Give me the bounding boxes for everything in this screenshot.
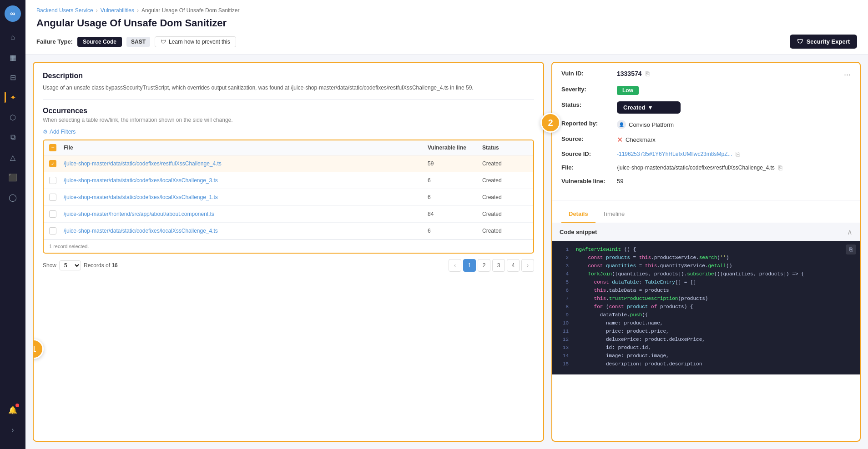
- severity-label: Severity:: [561, 86, 611, 93]
- source-id-value: -1196253735#1Y6YhHLefxUMllwc23m8sMpZ...: [617, 151, 732, 157]
- row-status-4: Created: [482, 211, 528, 217]
- learn-prevent-button[interactable]: 🛡 Learn how to prevent this: [155, 36, 236, 47]
- row-line-1: 59: [428, 160, 482, 167]
- notification-dot: [15, 404, 19, 407]
- tab-timeline[interactable]: Timeline: [595, 206, 632, 223]
- line-num-12: 12: [558, 337, 569, 342]
- copy-code-button[interactable]: ⎘: [846, 244, 856, 254]
- file-value: /juice-shop-master/data/static/codefixes…: [617, 165, 775, 171]
- app-logo[interactable]: ∞: [5, 5, 21, 22]
- sidebar-item-bug[interactable]: ✦: [5, 89, 21, 105]
- breadcrumb: Backend Users Service › Vulnerabilities …: [36, 7, 857, 14]
- line-num-5: 5: [558, 279, 569, 285]
- row-line-5: 6: [428, 228, 482, 234]
- right-panel-scroll: Vuln ID: 1333574 ⎘ ··· Severity: Low: [552, 63, 860, 441]
- copy-source-id-button[interactable]: ⎘: [735, 150, 740, 158]
- file-label: File:: [561, 164, 611, 171]
- next-page-button[interactable]: ›: [521, 259, 534, 272]
- line-content-3: const quantities = this.quantityService.…: [576, 263, 732, 269]
- tab-details[interactable]: Details: [561, 206, 595, 223]
- collapse-button[interactable]: ∧: [847, 228, 853, 236]
- source-code-badge[interactable]: Source Code: [77, 37, 122, 47]
- show-select[interactable]: 5 10 25: [59, 260, 81, 270]
- line-content-5: const dataTable: TableEntry[] = []: [576, 279, 696, 285]
- notification-icon[interactable]: 🔔: [5, 402, 21, 418]
- code-line-12: 12 deluxePrice: product.deluxePrice,: [552, 336, 860, 344]
- sidebar-item-chart[interactable]: ▦: [5, 49, 21, 65]
- expand-icon[interactable]: ›: [5, 422, 21, 438]
- line-num-13: 13: [558, 345, 569, 350]
- line-content-7: this.trustProductDescription(products): [576, 296, 708, 301]
- code-snippet-header[interactable]: Code snippet ∧: [552, 223, 860, 241]
- source-id-value-area: -1196253735#1Y6YhHLefxUMllwc23m8sMpZ... …: [617, 150, 740, 158]
- right-panel: 2 Vuln ID: 1333574 ⎘ ··· Severity:: [551, 62, 861, 442]
- detail-tabs: Details Timeline: [552, 206, 860, 223]
- breadcrumb-vulnerabilities[interactable]: Vulnerabilities: [101, 7, 134, 14]
- table-row[interactable]: /juice-shop-master/data/static/codefixes…: [44, 155, 533, 172]
- row-file-2: /juice-shop-master/data/static/codefixes…: [64, 177, 428, 184]
- row-checkbox-3[interactable]: [49, 194, 56, 201]
- sidebar-item-home[interactable]: ⌂: [5, 29, 21, 45]
- reporter-avatar: 👤: [617, 120, 626, 129]
- row-file-5: /juice-shop-master/data/static/codefixes…: [64, 228, 428, 234]
- security-expert-button[interactable]: 🛡 Security Expert: [790, 35, 857, 49]
- page-2-button[interactable]: 2: [478, 259, 490, 272]
- description-text: Usage of an unsafe class bypassSecurityT…: [43, 84, 534, 92]
- page-3-button[interactable]: 3: [492, 259, 505, 272]
- filter-icon: ⚙: [43, 129, 48, 135]
- sidebar-item-folder[interactable]: ⬡: [5, 109, 21, 125]
- page-1-button[interactable]: 1: [463, 259, 476, 272]
- row-file-1: /juice-shop-master/data/static/codefixes…: [64, 160, 428, 167]
- vuln-line-row: Vulnerable line: 59: [561, 178, 851, 185]
- table-row[interactable]: /juice-shop-master/frontend/src/app/abou…: [44, 206, 533, 223]
- copy-file-button[interactable]: ⎘: [777, 164, 783, 171]
- sast-badge[interactable]: SAST: [126, 37, 150, 47]
- vuln-line-label: Vulnerable line:: [561, 178, 611, 185]
- sidebar-item-puzzle[interactable]: ⧉: [5, 129, 21, 145]
- line-content-12: deluxePrice: product.deluxePrice,: [576, 337, 705, 342]
- table-select-all[interactable]: −: [49, 144, 56, 151]
- status-dropdown[interactable]: Created ▾: [617, 101, 681, 114]
- copy-vuln-id-button[interactable]: ⎘: [645, 70, 650, 77]
- col-file: File: [64, 145, 428, 151]
- table-row[interactable]: /juice-shop-master/data/static/codefixes…: [44, 223, 533, 239]
- row-checkbox-4[interactable]: [49, 210, 56, 218]
- more-options-button[interactable]: ···: [844, 70, 851, 80]
- row-status-5: Created: [482, 228, 528, 234]
- sidebar-item-grad[interactable]: ⬛: [5, 169, 21, 185]
- line-content-14: image: product.image,: [576, 353, 669, 359]
- code-line-14: 14 image: product.image,: [552, 353, 860, 361]
- chevron-down-icon: ▾: [649, 104, 652, 111]
- row-checkbox-2[interactable]: [49, 177, 56, 184]
- row-file-4: /juice-shop-master/frontend/src/app/abou…: [64, 211, 428, 217]
- row-checkbox-1[interactable]: [49, 160, 56, 167]
- sidebar-item-alert[interactable]: △: [5, 149, 21, 165]
- add-filters-button[interactable]: ⚙ Add Filters: [43, 129, 534, 135]
- code-line-3: 3 const quantities = this.quantityServic…: [552, 263, 860, 271]
- table-row[interactable]: /juice-shop-master/data/static/codefixes…: [44, 189, 533, 206]
- row-status-2: Created: [482, 177, 528, 184]
- sidebar-item-chat[interactable]: ◯: [5, 189, 21, 205]
- occurrences-subtitle: When selecting a table row/link, the inf…: [43, 117, 534, 123]
- records-of-label: Records of 16: [84, 262, 118, 269]
- status-dropdown-value: Created: [623, 104, 645, 111]
- col-status: Status: [482, 145, 528, 151]
- page-4-button[interactable]: 4: [507, 259, 520, 272]
- pagination-bar: Show 5 10 25 Records of 16 ‹ 1 2: [43, 254, 534, 274]
- security-expert-label: Security Expert: [807, 38, 850, 45]
- sidebar-item-layers[interactable]: ⊟: [5, 69, 21, 85]
- occurrences-title: Occurrences: [43, 107, 534, 115]
- source-label: Source:: [561, 135, 611, 142]
- row-file-3: /juice-shop-master/data/static/codefixes…: [64, 194, 428, 200]
- row-status-1: Created: [482, 160, 528, 167]
- total-records: 16: [111, 262, 117, 269]
- code-line-5: 5 const dataTable: TableEntry[] = []: [552, 279, 860, 287]
- reported-label: Reported by:: [561, 120, 611, 127]
- breadcrumb-backend[interactable]: Backend Users Service: [36, 7, 93, 14]
- sidebar: ∞ ⌂ ▦ ⊟ ✦ ⬡ ⧉ △ ⬛ ◯ 🔔 ›: [0, 0, 25, 449]
- severity-value-area: Low: [617, 86, 639, 95]
- table-row[interactable]: /juice-shop-master/data/static/codefixes…: [44, 172, 533, 189]
- row-checkbox-5[interactable]: [49, 227, 56, 234]
- line-num-6: 6: [558, 288, 569, 293]
- prev-page-button[interactable]: ‹: [449, 259, 461, 272]
